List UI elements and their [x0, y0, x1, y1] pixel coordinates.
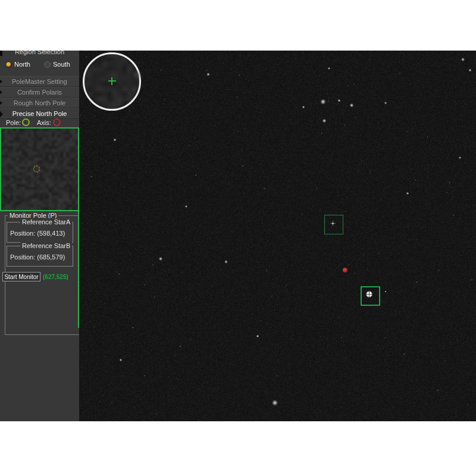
- hemisphere-radio-group: North South: [0, 59, 79, 72]
- star-b-position-value: Position: (685,579): [10, 253, 65, 261]
- starfield-image: [79, 51, 476, 421]
- camera-starfield-view[interactable]: [79, 51, 476, 421]
- star-b-crosshair-icon: [366, 294, 372, 295]
- axis-ring-icon: [53, 118, 61, 126]
- step-precise-north-pole[interactable]: Precise North Pole: [0, 108, 79, 119]
- north-radio[interactable]: [5, 61, 12, 68]
- expander-arrow-icon: [0, 90, 2, 94]
- pole-ring-icon: [22, 118, 30, 126]
- reference-star-b-title: Reference StarB: [20, 242, 72, 249]
- field-star: [385, 291, 386, 292]
- pole-coordinates-readout: (627,525): [43, 274, 68, 280]
- step-label: Rough North Pole: [14, 99, 65, 107]
- south-radio[interactable]: [44, 61, 51, 68]
- polemaster-window: Region Selection North South PoleMaster …: [0, 0, 476, 476]
- axis-marker-dot: [343, 268, 347, 273]
- reference-star-a-title: Reference StarA: [20, 218, 72, 226]
- reference-star-b: [366, 291, 372, 298]
- south-radio-label[interactable]: South: [53, 61, 70, 68]
- step-polemaster-setting[interactable]: PoleMaster Setting: [0, 76, 79, 87]
- pole-legend-label: Pole:: [6, 119, 21, 126]
- pole-cross-icon: [111, 77, 112, 85]
- star-a-position-value: Position: (598,413): [10, 230, 65, 237]
- region-selection-title: Region Selection: [0, 51, 79, 55]
- expander-arrow-icon: [0, 80, 2, 83]
- axis-legend-label: Axis:: [37, 119, 51, 126]
- expander-arrow-icon: [0, 111, 3, 117]
- step-label: PoleMaster Setting: [12, 78, 67, 85]
- reference-star-a-box[interactable]: [324, 215, 343, 234]
- sidebar: Region Selection North South PoleMaster …: [0, 51, 79, 421]
- app-area: Region Selection North South PoleMaster …: [0, 51, 476, 421]
- north-radio-label[interactable]: North: [14, 61, 30, 68]
- reference-star-a-group: Reference StarA Position: (598,413): [7, 222, 73, 243]
- pole-axis-legend: Pole: Axis:: [0, 118, 79, 127]
- pole-alignment-marker: [33, 165, 40, 172]
- reference-star-b-group: Reference StarB Position: (685,579): [7, 246, 73, 267]
- step-rough-north-pole[interactable]: Rough North Pole: [0, 98, 79, 108]
- step-label: Precise North Pole: [12, 110, 67, 117]
- magnified-star-blob: [134, 72, 141, 77]
- expander-arrow-icon: [0, 101, 2, 105]
- step-confirm-polaris[interactable]: Confirm Polaris: [0, 87, 79, 98]
- pole-zoom-preview[interactable]: [0, 127, 79, 211]
- start-monitor-button[interactable]: Start Monitor: [2, 272, 40, 281]
- reference-star-a: [332, 223, 334, 224]
- step-label: Confirm Polaris: [17, 89, 62, 96]
